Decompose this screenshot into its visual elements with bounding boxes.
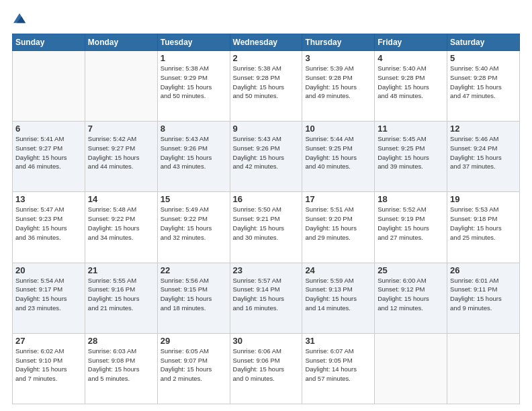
day-info: Sunrise: 6:00 AM Sunset: 9:12 PM Dayligh…: [378, 276, 444, 313]
calendar-table: SundayMondayTuesdayWednesdayThursdayFrid…: [12, 34, 520, 404]
calendar-cell: 3Sunrise: 5:39 AM Sunset: 9:28 PM Daylig…: [302, 51, 375, 122]
day-info: Sunrise: 5:45 AM Sunset: 9:25 PM Dayligh…: [378, 134, 444, 171]
day-info: Sunrise: 5:56 AM Sunset: 9:15 PM Dayligh…: [161, 276, 227, 313]
calendar-week-row: 13Sunrise: 5:47 AM Sunset: 9:23 PM Dayli…: [13, 192, 520, 263]
day-info: Sunrise: 6:01 AM Sunset: 9:11 PM Dayligh…: [450, 276, 517, 313]
day-number: 24: [305, 265, 371, 275]
weekday-header-friday: Friday: [375, 34, 447, 51]
calendar-cell: 27Sunrise: 6:02 AM Sunset: 9:10 PM Dayli…: [13, 333, 85, 404]
calendar-week-row: 20Sunrise: 5:54 AM Sunset: 9:17 PM Dayli…: [13, 263, 520, 333]
day-number: 9: [233, 124, 300, 134]
calendar-cell: 8Sunrise: 5:43 AM Sunset: 9:26 PM Daylig…: [157, 122, 230, 192]
calendar-cell: 16Sunrise: 5:50 AM Sunset: 9:21 PM Dayli…: [230, 192, 302, 263]
calendar-cell: 1Sunrise: 5:38 AM Sunset: 9:29 PM Daylig…: [157, 51, 230, 122]
calendar-cell: [85, 51, 157, 122]
day-number: 13: [15, 194, 82, 204]
calendar-cell: 17Sunrise: 5:51 AM Sunset: 9:20 PM Dayli…: [302, 192, 375, 263]
calendar-cell: 13Sunrise: 5:47 AM Sunset: 9:23 PM Dayli…: [13, 192, 85, 263]
day-info: Sunrise: 5:39 AM Sunset: 9:28 PM Dayligh…: [305, 64, 371, 101]
day-number: 5: [450, 53, 517, 63]
weekday-header-tuesday: Tuesday: [157, 34, 230, 51]
calendar-cell: [13, 51, 85, 122]
day-number: 11: [378, 124, 444, 134]
calendar-cell: 19Sunrise: 5:53 AM Sunset: 9:18 PM Dayli…: [447, 192, 520, 263]
day-info: Sunrise: 6:02 AM Sunset: 9:10 PM Dayligh…: [15, 347, 82, 383]
day-number: 7: [88, 124, 154, 134]
calendar-cell: 30Sunrise: 6:06 AM Sunset: 9:06 PM Dayli…: [230, 333, 302, 404]
day-info: Sunrise: 5:50 AM Sunset: 9:21 PM Dayligh…: [233, 205, 300, 242]
weekday-header-row: SundayMondayTuesdayWednesdayThursdayFrid…: [13, 34, 520, 51]
calendar-cell: 5Sunrise: 5:40 AM Sunset: 9:28 PM Daylig…: [447, 51, 520, 122]
weekday-header-monday: Monday: [85, 34, 157, 51]
calendar-cell: 2Sunrise: 5:38 AM Sunset: 9:28 PM Daylig…: [230, 51, 302, 122]
day-info: Sunrise: 6:05 AM Sunset: 9:07 PM Dayligh…: [161, 347, 227, 383]
calendar-cell: 24Sunrise: 5:59 AM Sunset: 9:13 PM Dayli…: [302, 263, 375, 333]
calendar-cell: 11Sunrise: 5:45 AM Sunset: 9:25 PM Dayli…: [375, 122, 447, 192]
day-info: Sunrise: 6:07 AM Sunset: 9:05 PM Dayligh…: [305, 347, 371, 383]
calendar-cell: 29Sunrise: 6:05 AM Sunset: 9:07 PM Dayli…: [157, 333, 230, 404]
calendar-cell: 12Sunrise: 5:46 AM Sunset: 9:24 PM Dayli…: [447, 122, 520, 192]
day-number: 15: [161, 194, 227, 204]
day-info: Sunrise: 5:48 AM Sunset: 9:22 PM Dayligh…: [88, 205, 154, 242]
day-info: Sunrise: 5:38 AM Sunset: 9:29 PM Dayligh…: [161, 64, 227, 101]
weekday-header-sunday: Sunday: [13, 34, 85, 51]
day-info: Sunrise: 5:38 AM Sunset: 9:28 PM Dayligh…: [233, 64, 300, 101]
day-info: Sunrise: 5:51 AM Sunset: 9:20 PM Dayligh…: [305, 205, 371, 242]
day-number: 16: [233, 194, 300, 204]
calendar-cell: 6Sunrise: 5:41 AM Sunset: 9:27 PM Daylig…: [13, 122, 85, 192]
calendar-cell: 31Sunrise: 6:07 AM Sunset: 9:05 PM Dayli…: [302, 333, 375, 404]
calendar-week-row: 1Sunrise: 5:38 AM Sunset: 9:29 PM Daylig…: [13, 51, 520, 122]
day-info: Sunrise: 5:40 AM Sunset: 9:28 PM Dayligh…: [450, 64, 517, 101]
day-number: 2: [233, 53, 300, 63]
day-number: 4: [378, 53, 444, 63]
day-info: Sunrise: 5:43 AM Sunset: 9:26 PM Dayligh…: [161, 134, 227, 171]
day-info: Sunrise: 6:06 AM Sunset: 9:06 PM Dayligh…: [233, 347, 300, 383]
header: [12, 12, 520, 27]
calendar-cell: 10Sunrise: 5:44 AM Sunset: 9:25 PM Dayli…: [302, 122, 375, 192]
day-info: Sunrise: 5:52 AM Sunset: 9:19 PM Dayligh…: [378, 205, 444, 242]
day-number: 29: [161, 336, 227, 346]
day-number: 22: [161, 265, 227, 275]
calendar-cell: [447, 333, 520, 404]
day-number: 28: [88, 336, 154, 346]
calendar-week-row: 6Sunrise: 5:41 AM Sunset: 9:27 PM Daylig…: [13, 122, 520, 192]
day-info: Sunrise: 5:59 AM Sunset: 9:13 PM Dayligh…: [305, 276, 371, 313]
calendar-cell: 7Sunrise: 5:42 AM Sunset: 9:27 PM Daylig…: [85, 122, 157, 192]
day-number: 6: [15, 124, 82, 134]
day-number: 3: [305, 53, 371, 63]
day-number: 27: [15, 336, 82, 346]
calendar-cell: 18Sunrise: 5:52 AM Sunset: 9:19 PM Dayli…: [375, 192, 447, 263]
logo: [12, 12, 27, 27]
calendar-cell: 9Sunrise: 5:43 AM Sunset: 9:26 PM Daylig…: [230, 122, 302, 192]
day-number: 10: [305, 124, 371, 134]
day-info: Sunrise: 5:55 AM Sunset: 9:16 PM Dayligh…: [88, 276, 154, 313]
day-info: Sunrise: 5:57 AM Sunset: 9:14 PM Dayligh…: [233, 276, 300, 313]
day-number: 19: [450, 194, 517, 204]
day-info: Sunrise: 5:43 AM Sunset: 9:26 PM Dayligh…: [233, 134, 300, 171]
weekday-header-saturday: Saturday: [447, 34, 520, 51]
calendar-cell: [375, 333, 447, 404]
day-info: Sunrise: 5:41 AM Sunset: 9:27 PM Dayligh…: [15, 134, 82, 171]
day-number: 23: [233, 265, 300, 275]
day-number: 8: [161, 124, 227, 134]
day-info: Sunrise: 5:46 AM Sunset: 9:24 PM Dayligh…: [450, 134, 517, 171]
day-info: Sunrise: 5:53 AM Sunset: 9:18 PM Dayligh…: [450, 205, 517, 242]
calendar-cell: 26Sunrise: 6:01 AM Sunset: 9:11 PM Dayli…: [447, 263, 520, 333]
day-number: 17: [305, 194, 371, 204]
weekday-header-thursday: Thursday: [302, 34, 375, 51]
day-info: Sunrise: 6:03 AM Sunset: 9:08 PM Dayligh…: [88, 347, 154, 383]
day-info: Sunrise: 5:40 AM Sunset: 9:28 PM Dayligh…: [378, 64, 444, 101]
calendar-cell: 20Sunrise: 5:54 AM Sunset: 9:17 PM Dayli…: [13, 263, 85, 333]
calendar-cell: 21Sunrise: 5:55 AM Sunset: 9:16 PM Dayli…: [85, 263, 157, 333]
day-number: 1: [161, 53, 227, 63]
day-number: 21: [88, 265, 154, 275]
calendar-cell: 15Sunrise: 5:49 AM Sunset: 9:22 PM Dayli…: [157, 192, 230, 263]
day-info: Sunrise: 5:54 AM Sunset: 9:17 PM Dayligh…: [15, 276, 82, 313]
day-info: Sunrise: 5:42 AM Sunset: 9:27 PM Dayligh…: [88, 134, 154, 171]
page: SundayMondayTuesdayWednesdayThursdayFrid…: [0, 0, 532, 411]
calendar-cell: 4Sunrise: 5:40 AM Sunset: 9:28 PM Daylig…: [375, 51, 447, 122]
day-info: Sunrise: 5:47 AM Sunset: 9:23 PM Dayligh…: [15, 205, 82, 242]
day-number: 14: [88, 194, 154, 204]
calendar-cell: 28Sunrise: 6:03 AM Sunset: 9:08 PM Dayli…: [85, 333, 157, 404]
calendar-cell: 22Sunrise: 5:56 AM Sunset: 9:15 PM Dayli…: [157, 263, 230, 333]
